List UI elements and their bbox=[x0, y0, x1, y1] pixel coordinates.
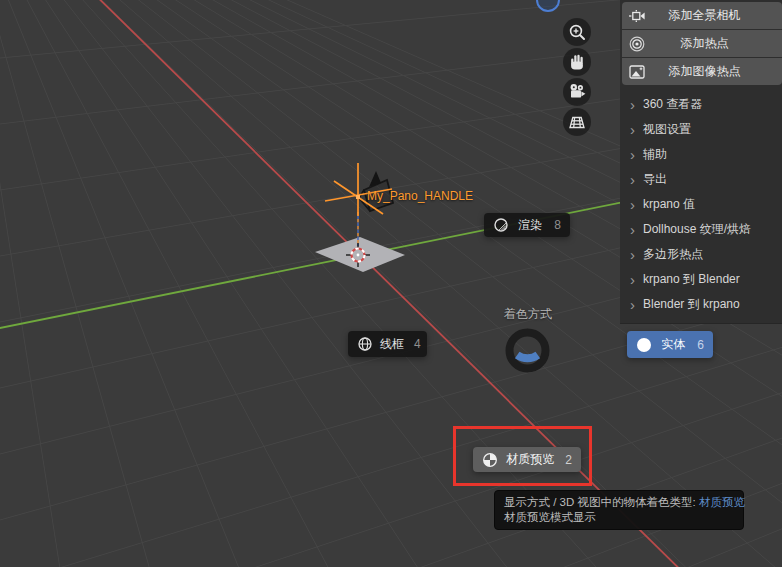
sidebar-section-360-viewer[interactable]: ›360 查看器 bbox=[630, 94, 780, 114]
pan-hand-icon bbox=[567, 52, 587, 72]
sidebar-section-assist[interactable]: ›辅助 bbox=[630, 144, 780, 164]
zoom-button[interactable] bbox=[563, 18, 591, 46]
pan-button[interactable] bbox=[563, 48, 591, 76]
rendered-sphere-icon bbox=[493, 217, 509, 233]
annotation-highlight-rect bbox=[453, 426, 592, 486]
add-image-hotspot-button[interactable]: 添加图像热点 bbox=[622, 58, 782, 85]
image-icon bbox=[629, 64, 645, 80]
tooltip: 显示方式 / 3D 视图中的物体着色类型: 材质预览 材质预览模式显示 bbox=[494, 490, 744, 530]
chevron-right-icon: › bbox=[630, 222, 635, 237]
chevron-right-icon: › bbox=[630, 247, 635, 262]
chevron-right-icon: › bbox=[630, 97, 635, 112]
sidebar-section-polygon-hotspot[interactable]: ›多边形热点 bbox=[630, 244, 780, 264]
add-hotspot-button[interactable]: 添加热点 bbox=[622, 30, 782, 57]
add-pano-camera-button[interactable]: 添加全景相机 bbox=[622, 2, 782, 29]
wireframe-sphere-icon bbox=[357, 336, 373, 352]
pie-item-rendered[interactable]: 渲染 8 bbox=[484, 213, 570, 237]
object-name-label: My_Pano_HANDLE bbox=[367, 189, 473, 203]
movie-camera-icon bbox=[567, 82, 587, 102]
grid-floor-icon bbox=[567, 112, 587, 132]
target-rings-icon bbox=[629, 36, 645, 52]
sidebar-section-krpano-values[interactable]: ›krpano 值 bbox=[630, 194, 780, 214]
tooltip-highlight-value: 材质预览 bbox=[699, 496, 745, 508]
tooltip-line2: 材质预览模式显示 bbox=[504, 510, 734, 525]
zoom-in-icon bbox=[567, 22, 587, 42]
sidebar-section-view-settings[interactable]: ›视图设置 bbox=[630, 119, 780, 139]
sidebar-section-krpano-to-blender[interactable]: ›krpano 到 Blender bbox=[630, 269, 780, 289]
camera-view-button[interactable] bbox=[563, 78, 591, 106]
ground-plane bbox=[315, 237, 405, 272]
sidebar-section-dollhouse-bake[interactable]: ›Dollhouse 纹理/烘焙 bbox=[630, 219, 780, 239]
sidebar-section-blender-to-krpano[interactable]: ›Blender 到 krpano bbox=[630, 294, 780, 314]
pie-direction-arc bbox=[517, 355, 538, 358]
pie-menu-center[interactable] bbox=[503, 326, 553, 376]
chevron-right-icon: › bbox=[630, 297, 635, 312]
tooltip-line1: 显示方式 / 3D 视图中的物体着色类型: 材质预览 bbox=[504, 495, 734, 510]
x-axis-line bbox=[78, 0, 700, 567]
chevron-right-icon: › bbox=[630, 172, 635, 187]
grid-view-button[interactable] bbox=[563, 108, 591, 136]
pie-menu-title: 着色方式 bbox=[487, 306, 569, 323]
pie-item-solid[interactable]: 实体 6 bbox=[627, 331, 713, 358]
solid-sphere-icon bbox=[636, 337, 652, 353]
camera-marker-icon bbox=[629, 8, 645, 24]
sidebar-section-export[interactable]: ›导出 bbox=[630, 169, 780, 189]
chevron-right-icon: › bbox=[630, 147, 635, 162]
chevron-right-icon: › bbox=[630, 197, 635, 212]
chevron-right-icon: › bbox=[630, 122, 635, 137]
sidebar-panel: 添加全景相机 添加热点 添加图像热点 ›360 查看器 ›视图设置 ›辅助 ›导… bbox=[620, 0, 782, 324]
chevron-right-icon: › bbox=[630, 272, 635, 287]
pie-item-wireframe[interactable]: 线框 4 bbox=[348, 331, 427, 357]
